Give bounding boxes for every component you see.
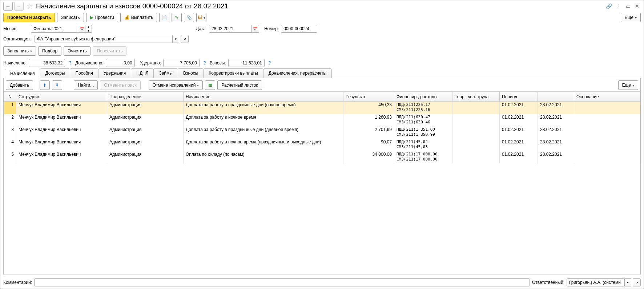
contrib-value: 11 628,01 — [228, 59, 265, 67]
report-button[interactable]: 📄 — [159, 13, 169, 22]
link-icon[interactable]: 🔗 — [606, 3, 612, 9]
fill-button[interactable]: Заполнить — [3, 46, 36, 56]
find-button[interactable]: Найти... — [74, 80, 98, 90]
tab-loans[interactable]: Займы — [153, 68, 178, 78]
cancel-search-button: Отменить поиск — [100, 80, 140, 90]
col-financing[interactable]: Финансир., расходы — [394, 92, 452, 102]
save-button[interactable]: Записать — [57, 13, 84, 22]
month-label: Месяц: — [3, 26, 29, 31]
comment-input[interactable] — [34, 278, 530, 286]
more-menu-button[interactable]: Еще — [621, 13, 641, 22]
responsible-label: Ответственный: — [532, 280, 564, 285]
org-dropdown-button[interactable]: ▼ — [173, 35, 179, 43]
col-employee[interactable]: Сотрудник — [16, 92, 107, 102]
tab-deductions[interactable]: Удержания — [98, 68, 132, 78]
withheld-label: Удержано: — [140, 60, 161, 66]
add-button[interactable]: Добавить — [6, 80, 33, 90]
attachments-button[interactable]: 📎 — [184, 13, 194, 22]
col-territory[interactable]: Терр., усл. труда — [452, 92, 500, 102]
move-down-button[interactable]: ⬇ — [52, 80, 62, 90]
post-icon: ▶ — [90, 15, 93, 20]
cancel-corrections-button[interactable]: Отмена исправлений — [149, 80, 203, 90]
tab-contributions[interactable]: Взносы — [178, 68, 204, 78]
accrued-value: 38 503,32 — [29, 59, 65, 67]
recalc-button: Пересчитать — [93, 46, 126, 56]
responsible-input[interactable] — [567, 278, 625, 286]
edit-mode-button[interactable]: ✎ — [172, 13, 182, 22]
clear-button[interactable]: Очистить — [64, 46, 90, 56]
additional-value: 0,00 — [106, 59, 135, 67]
responsible-open-button[interactable]: ↗ — [633, 278, 641, 286]
print-menu-button[interactable]: 🖼 — [196, 13, 206, 22]
col-period[interactable]: Период — [500, 92, 538, 102]
month-down-button[interactable]: ▼ — [85, 29, 92, 33]
pay-icon: 💰 — [124, 15, 130, 20]
col-department[interactable]: Подразделение — [107, 92, 184, 102]
number-input[interactable] — [281, 25, 317, 33]
post-button[interactable]: ▶ Провести — [86, 13, 118, 22]
move-up-button[interactable]: ⬆ — [40, 80, 50, 90]
withheld-help-icon[interactable]: ? — [202, 60, 208, 66]
maximize-icon[interactable]: ▭ — [626, 3, 631, 9]
tab-more-button[interactable]: Еще — [618, 80, 638, 90]
contrib-label: Взносы: — [210, 60, 226, 66]
date-calendar-button[interactable]: 📅 — [252, 25, 259, 33]
tab-accruals[interactable]: Начисления — [5, 69, 40, 78]
tab-ndfl[interactable]: НДФЛ — [131, 68, 154, 78]
month-calendar-button[interactable]: 📅 — [78, 25, 85, 33]
accrued-help-icon[interactable]: ? — [67, 60, 73, 66]
nav-back-button[interactable]: ← — [3, 2, 13, 11]
contrib-help-icon[interactable]: ? — [267, 60, 273, 66]
table-row[interactable]: 3Менчук Владимир ВасильевичАдминистрация… — [4, 126, 640, 139]
menu-icon[interactable]: ⋮ — [616, 3, 621, 9]
col-result[interactable]: Результат — [343, 92, 394, 102]
tab-benefits[interactable]: Пособия — [70, 68, 98, 78]
org-input[interactable] — [35, 35, 173, 43]
pick-button[interactable]: Подбор — [38, 46, 61, 56]
show-details-button[interactable]: ▦ — [205, 80, 215, 90]
tab-contracts[interactable]: Договоры — [40, 68, 71, 78]
post-and-close-button[interactable]: Провести и закрыть — [3, 13, 55, 22]
tab-corr[interactable]: Корректировки выплаты — [203, 68, 263, 78]
org-open-button[interactable]: ↗ — [181, 35, 189, 43]
withheld-value: 7 705,00 — [163, 59, 200, 67]
tab-recalc[interactable]: Доначисления, перерасчеты — [263, 68, 332, 78]
table-row[interactable]: 5Менчук Владимир ВасильевичАдминистрация… — [4, 151, 640, 163]
col-basis[interactable]: Основание — [574, 92, 640, 102]
col-accrual[interactable]: Начисление — [184, 92, 343, 102]
favorite-star-icon[interactable]: ☆ — [27, 2, 33, 11]
date-input[interactable] — [209, 25, 252, 33]
pay-button[interactable]: 💰 Выплатить — [120, 13, 157, 22]
table-row[interactable]: 4Менчук Владимир ВасильевичАдминистрация… — [4, 139, 640, 151]
responsible-dropdown-button[interactable]: ▼ — [625, 278, 631, 286]
additional-label: Доначислено: — [75, 60, 103, 66]
page-title: Начисление зарплаты и взносов 0000-00002… — [36, 2, 604, 10]
col-period-end[interactable] — [538, 92, 574, 102]
number-label: Номер: — [264, 26, 279, 31]
month-input[interactable] — [31, 25, 78, 33]
org-label: Организация: — [3, 36, 32, 41]
table-row[interactable]: 2Менчук Владимир ВасильевичАдминистрация… — [4, 114, 640, 126]
col-n[interactable]: N — [4, 92, 16, 102]
comment-label: Комментарий: — [3, 280, 32, 285]
close-icon[interactable]: ✕ — [635, 3, 639, 9]
date-label: Дата: — [196, 26, 207, 31]
nav-forward-button[interactable]: → — [14, 2, 24, 11]
table-row[interactable]: 1Менчук Владимир ВасильевичАдминистрация… — [4, 102, 640, 114]
payslip-button[interactable]: Расчетный листок — [217, 80, 262, 90]
accrued-label: Начислено: — [3, 60, 27, 66]
month-up-button[interactable]: ▲ — [85, 25, 92, 29]
accruals-table[interactable]: N Сотрудник Подразделение Начисление Рез… — [4, 92, 640, 163]
